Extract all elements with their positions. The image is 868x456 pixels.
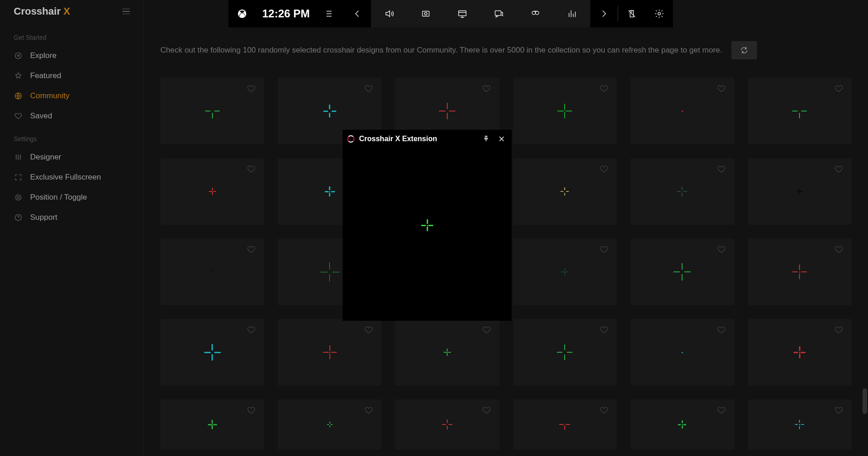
extension-overlay[interactable]: Crosshair X Extension (343, 130, 512, 321)
favorite-icon[interactable] (247, 245, 256, 254)
sidebar-item-position[interactable]: Position / Toggle (0, 187, 143, 207)
sidebar-item-designer[interactable]: Designer (0, 147, 143, 167)
menu-icon[interactable] (122, 9, 130, 15)
xbox-icon[interactable] (228, 0, 256, 27)
crosshair-card[interactable] (513, 78, 617, 144)
crosshair-card[interactable] (630, 239, 734, 305)
crosshair-preview (786, 97, 813, 125)
crosshair-card[interactable] (513, 319, 617, 386)
star-icon (14, 71, 23, 80)
favorite-icon[interactable] (247, 325, 256, 334)
crosshair-card[interactable] (160, 399, 264, 450)
refresh-icon (740, 46, 748, 54)
compass-icon (14, 51, 23, 60)
scrollbar-thumb[interactable] (863, 388, 867, 414)
app-logo: Crosshair X (14, 5, 70, 17)
resources-icon[interactable] (554, 0, 590, 27)
crosshair-card[interactable] (513, 158, 617, 225)
favorite-icon[interactable] (599, 406, 609, 415)
crosshair-preview (668, 339, 696, 366)
crosshair-card[interactable] (630, 158, 734, 225)
intro-text: Check out the following 100 randomly sel… (160, 46, 722, 55)
favorite-icon[interactable] (247, 406, 256, 415)
crosshair-preview (316, 258, 344, 286)
sidebar-item-label: Support (30, 213, 58, 222)
crosshair-card[interactable] (748, 319, 852, 386)
svg-point-10 (532, 11, 535, 15)
favorite-icon[interactable] (482, 84, 491, 93)
favorite-icon[interactable] (599, 84, 609, 93)
settings-icon[interactable] (646, 0, 673, 27)
chevron-left-icon[interactable] (344, 0, 371, 27)
crosshair-card[interactable] (513, 239, 617, 305)
crosshair-preview (668, 411, 696, 438)
favorite-icon[interactable] (717, 245, 726, 254)
crosshair-card[interactable] (160, 78, 264, 144)
favorite-icon[interactable] (364, 406, 373, 415)
svg-rect-9 (495, 11, 501, 16)
svg-point-7 (424, 12, 427, 15)
crosshair-card[interactable] (748, 78, 852, 144)
favorite-icon[interactable] (364, 84, 373, 93)
looking-for-group-icon[interactable] (517, 0, 554, 27)
crosshair-card[interactable] (630, 78, 734, 144)
crosshair-card[interactable] (748, 158, 852, 225)
favorite-icon[interactable] (717, 84, 726, 93)
xbox-social-icon[interactable] (481, 0, 517, 27)
favorite-icon[interactable] (599, 325, 609, 334)
mouse-passthrough-icon[interactable] (618, 0, 646, 27)
svg-point-12 (658, 12, 661, 15)
crosshair-card[interactable] (278, 399, 381, 450)
sidebar-item-community[interactable]: Community (0, 86, 143, 106)
favorite-icon[interactable] (482, 325, 491, 334)
crosshair-card[interactable] (395, 319, 499, 386)
favorite-icon[interactable] (834, 164, 843, 174)
crosshair-card[interactable] (278, 319, 381, 386)
widgets-icon[interactable] (316, 0, 344, 27)
favorite-icon[interactable] (717, 164, 726, 174)
crosshair-preview (668, 97, 696, 125)
favorite-icon[interactable] (599, 245, 609, 254)
crosshair-card[interactable] (513, 399, 617, 450)
crosshair-preview (199, 411, 226, 438)
favorite-icon[interactable] (247, 84, 256, 93)
crosshair-preview (551, 258, 578, 286)
favorite-icon[interactable] (834, 84, 843, 93)
performance-icon[interactable] (444, 0, 481, 27)
crosshair-card[interactable] (395, 399, 499, 450)
sidebar-item-saved[interactable]: Saved (0, 106, 143, 126)
audio-icon[interactable] (371, 0, 408, 27)
favorite-icon[interactable] (834, 325, 843, 334)
crosshair-card[interactable] (160, 319, 264, 386)
crosshair-card[interactable] (630, 319, 734, 386)
crosshair-card[interactable] (630, 399, 734, 450)
refresh-button[interactable] (731, 41, 757, 59)
crosshair-preview (316, 178, 344, 205)
favorite-icon[interactable] (717, 325, 726, 334)
favorite-icon[interactable] (834, 245, 843, 254)
crosshair-preview (668, 178, 696, 205)
chevron-right-icon[interactable] (590, 0, 618, 27)
crosshair-preview (316, 339, 344, 366)
favorite-icon[interactable] (599, 164, 609, 174)
sidebar-item-explore[interactable]: Explore (0, 46, 143, 66)
sidebar-item-support[interactable]: Support (0, 207, 143, 228)
favorite-icon[interactable] (717, 406, 726, 415)
gamebar-mid (371, 0, 590, 27)
intro-row: Check out the following 100 randomly sel… (160, 41, 852, 59)
favorite-icon[interactable] (482, 406, 491, 415)
crosshair-card[interactable] (748, 239, 852, 305)
sliders-icon (14, 153, 23, 162)
capture-icon[interactable] (408, 0, 444, 27)
sidebar-section-settings: Settings (0, 126, 143, 147)
crosshair-preview (434, 339, 461, 366)
favorite-icon[interactable] (364, 325, 373, 334)
favorite-icon[interactable] (834, 406, 843, 415)
crosshair-card[interactable] (160, 239, 264, 305)
sidebar: Crosshair X Get Started Explore Featured… (0, 0, 144, 456)
sidebar-item-featured[interactable]: Featured (0, 66, 143, 86)
crosshair-card[interactable] (160, 158, 264, 225)
crosshair-card[interactable] (748, 399, 852, 450)
sidebar-item-fullscreen[interactable]: Exclusive Fullscreen (0, 167, 143, 187)
favorite-icon[interactable] (247, 164, 256, 174)
